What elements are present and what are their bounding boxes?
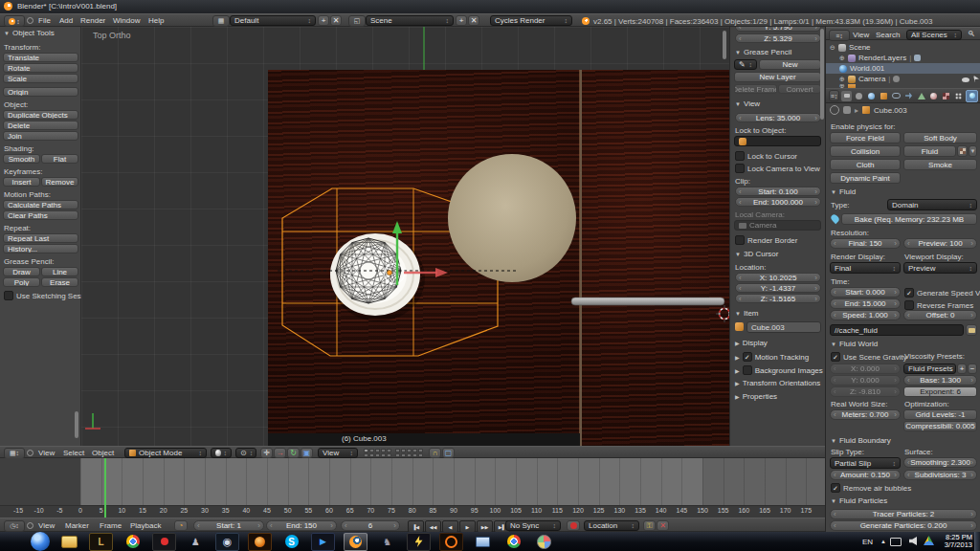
smooth-button[interactable]: Smooth xyxy=(3,154,40,164)
bar-object[interactable] xyxy=(571,298,724,305)
layer-toggle[interactable] xyxy=(412,453,417,457)
fluid-particles-panel-header[interactable]: Fluid Particles xyxy=(831,496,887,505)
viewport-shading-selector[interactable] xyxy=(211,448,232,458)
fluid-texture-icon-button[interactable] xyxy=(957,145,968,157)
tab-constraints-icon[interactable] xyxy=(891,91,902,101)
outliner-row-renderlayers[interactable]: ⊕ RenderLayers | xyxy=(826,53,980,63)
layer-toggle[interactable] xyxy=(407,453,412,457)
clear-paths-button[interactable]: Clear Paths xyxy=(3,210,78,220)
timeline-editor[interactable]: -15-10-505101520253035404550556065707580… xyxy=(0,458,825,532)
outliner-row-camera[interactable]: ⊕ Camera | xyxy=(826,74,980,84)
show-desktop-button[interactable] xyxy=(974,532,980,551)
taskbar-start-orb-icon[interactable] xyxy=(31,532,50,551)
force-field-toggle[interactable]: Force Field xyxy=(830,132,901,143)
tab-material-icon[interactable] xyxy=(928,91,939,101)
translate-button[interactable]: Translate xyxy=(3,53,78,62)
expand-icon[interactable]: ⊕ xyxy=(839,76,845,83)
tray-volume-icon[interactable] xyxy=(909,537,917,545)
layer-toggle[interactable] xyxy=(369,453,374,457)
resolution-preview-field[interactable]: Preview: 100 xyxy=(903,238,977,249)
layer-toggle[interactable] xyxy=(418,453,423,457)
render-engine-selector[interactable]: Cycles Render xyxy=(490,15,572,26)
delete-button[interactable]: Delete xyxy=(3,121,78,130)
transform-orientations-panel-header[interactable]: Transform Orientations xyxy=(735,379,820,387)
timeline-menu-frame[interactable]: Frame xyxy=(100,521,122,530)
tray-expand-icon[interactable]: ▲ xyxy=(880,539,886,544)
scale-button[interactable]: Scale xyxy=(3,74,78,83)
tracer-particles-field[interactable]: Tracer Particles: 2 xyxy=(830,509,977,519)
viscosity-exponent-field[interactable]: Exponent: 6 xyxy=(903,386,977,397)
use-sketching-session-row[interactable]: Use Sketching Sessi xyxy=(4,291,86,300)
taskbar-steam-icon[interactable] xyxy=(215,533,239,551)
layer-toggle[interactable] xyxy=(412,449,417,452)
add-layout-button[interactable]: + xyxy=(318,15,329,26)
properties-editor-type-button[interactable]: ≡↕ xyxy=(829,90,839,101)
play-reverse-button[interactable]: ◀ xyxy=(442,520,458,532)
viewport-scrollbar[interactable] xyxy=(723,31,726,59)
repeat-last-button[interactable]: Repeat Last xyxy=(3,233,78,243)
add-preset-button[interactable]: + xyxy=(957,364,967,374)
display-panel-header[interactable]: Display xyxy=(735,339,768,347)
subdivisions-field[interactable]: Subdivisions: 3 xyxy=(903,470,977,480)
taskbar-paint-icon[interactable] xyxy=(533,534,555,550)
delete-frame-button[interactable]: Delete Frame xyxy=(734,84,777,94)
taskbar-remote-desktop-icon[interactable] xyxy=(472,534,494,550)
viewport-header-collapse-icon[interactable] xyxy=(27,450,33,456)
scene-icon[interactable]: ◱ xyxy=(348,15,366,27)
insert-keyframe-button[interactable]: Insert xyxy=(3,177,40,187)
tab-texture-icon[interactable] xyxy=(941,91,951,101)
dynamic-paint-toggle[interactable]: Dynamic Paint xyxy=(830,172,901,184)
lens-field[interactable]: Lens: 35.000 xyxy=(735,113,821,122)
view-panel-header[interactable]: View xyxy=(735,99,760,108)
grease-new-button[interactable]: New xyxy=(759,59,821,70)
taskbar-game-orange-icon[interactable] xyxy=(248,533,272,551)
generate-speed-row[interactable]: Generate Speed Vect xyxy=(904,288,980,298)
renderlayer-toggle-icon[interactable] xyxy=(914,55,921,61)
layer-toggle[interactable] xyxy=(364,453,368,457)
motion-tracking-checkbox[interactable] xyxy=(743,352,752,362)
editor-type-selector[interactable]: ↕ xyxy=(4,15,25,27)
delete-keyframes-button[interactable]: ✕ xyxy=(657,520,669,531)
auto-keyframe-button[interactable] xyxy=(567,520,580,531)
tab-particles-icon[interactable] xyxy=(953,91,964,101)
viewport-menu-select[interactable]: Select xyxy=(63,449,84,457)
translate-manipulator-button[interactable]: → xyxy=(274,448,286,458)
taskbar-skype-icon[interactable] xyxy=(280,534,302,550)
viewport-3d[interactable]: Top Ortho (6) Cube.003 xyxy=(81,27,729,446)
tab-render-icon[interactable] xyxy=(841,91,852,101)
taskbar-windows-explorer-icon[interactable] xyxy=(58,534,80,550)
window-titlebar[interactable]: Blender* [C:\IntroV001.blend] xyxy=(0,0,980,13)
rotate-manipulator-button[interactable]: ↻ xyxy=(287,448,300,458)
amount-field[interactable]: Amount: 0.150 xyxy=(830,470,901,480)
breadcrumb-object-name[interactable]: Cube.003 xyxy=(874,106,907,115)
grid-levels-field[interactable]: Grid Levels: -1 xyxy=(903,409,977,420)
tab-object-icon[interactable] xyxy=(879,91,889,101)
outliner-row-world[interactable]: World.001 xyxy=(826,63,980,74)
scene-selector[interactable]: Scene xyxy=(366,15,454,26)
taskbar-media-player-icon[interactable] xyxy=(311,533,335,551)
header-collapse-icon[interactable] xyxy=(27,17,33,24)
duplicate-objects-button[interactable]: Duplicate Objects xyxy=(3,110,78,120)
transform-z-field[interactable]: Z: 5.329 xyxy=(735,33,821,43)
selectability-cursor-icon[interactable] xyxy=(973,76,979,83)
history-button[interactable]: History... xyxy=(3,244,78,253)
taskbar-winamp-icon[interactable] xyxy=(407,533,431,551)
fluid-boundary-panel-header[interactable]: Fluid Boundary xyxy=(831,436,891,445)
menu-help[interactable]: Help xyxy=(148,16,164,25)
tool-shelf-scrollbar[interactable] xyxy=(75,411,78,438)
pivot-point-selector[interactable]: ⊙ xyxy=(235,448,256,458)
expand-icon[interactable]: ⊖ xyxy=(830,44,835,52)
insert-keyframes-button[interactable]: ⚿ xyxy=(643,520,656,531)
clip-start-field[interactable]: Start: 0.100 xyxy=(735,187,821,196)
taskbar-game-gray-icon[interactable] xyxy=(185,534,207,550)
taskbar-origin-ring-icon[interactable] xyxy=(439,533,463,551)
taskbar-league-of-legends-icon[interactable] xyxy=(89,533,113,551)
origin-button[interactable]: Origin xyxy=(3,87,78,97)
lock-camera-checkbox[interactable] xyxy=(735,164,745,173)
sync-mode-selector[interactable]: No Sync xyxy=(505,520,561,531)
prev-keyframe-button[interactable]: ◀◀ xyxy=(425,520,441,532)
scale-manipulator-button[interactable]: ▣ xyxy=(301,448,313,458)
viewport-menu-object[interactable]: Object xyxy=(92,449,114,457)
outliner-menu-view[interactable]: View xyxy=(853,31,869,39)
cursor-y-field[interactable]: Y: -1.4337 xyxy=(735,283,821,293)
